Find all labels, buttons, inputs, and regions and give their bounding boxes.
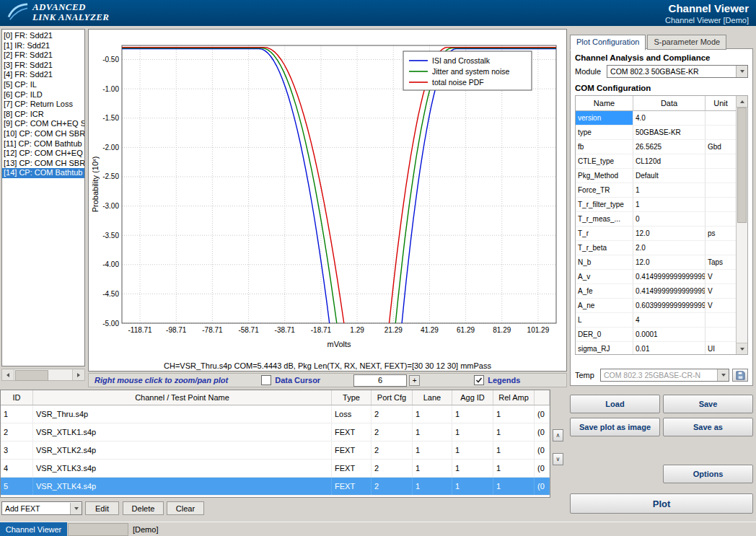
scrollbar-thumb[interactable]	[737, 107, 747, 223]
options-button[interactable]: Options	[663, 465, 753, 483]
channel-cell[interactable]: 5	[1, 478, 33, 495]
com-cell[interactable]	[706, 183, 736, 198]
scroll-up-icon[interactable]	[737, 96, 747, 107]
com-cell[interactable]: T_r	[576, 227, 633, 241]
scroll-left-icon[interactable]	[2, 369, 14, 380]
com-cell[interactable]: Default	[633, 169, 706, 183]
load-button[interactable]: Load	[570, 395, 660, 413]
com-cell[interactable]: Force_TR	[576, 183, 633, 198]
channel-cell[interactable]: 3	[1, 441, 33, 459]
channel-cell[interactable]: VSR_XTLK3.s4p	[33, 460, 332, 477]
channel-cell[interactable]: (0	[535, 423, 550, 441]
channel-cell[interactable]: 4	[1, 460, 33, 477]
com-table-scrollbar[interactable]	[736, 96, 747, 354]
channel-cell[interactable]: (0	[535, 478, 550, 495]
temp-select[interactable]: COM 802.3 25GBASE-CR-N	[600, 369, 729, 382]
com-cell[interactable]: A_v	[576, 270, 633, 284]
save-button[interactable]: Save	[663, 395, 753, 413]
result-list-scrollbar[interactable]	[1, 369, 85, 381]
tab-plot-configuration[interactable]: Plot Configuration	[570, 35, 646, 50]
com-cell[interactable]: T_r_beta	[576, 241, 633, 255]
com-cell[interactable]: T_r_meas_...	[576, 212, 633, 227]
com-cell[interactable]: type	[576, 126, 633, 140]
com-row-CTLE_type[interactable]: CTLE_typeCL120d	[576, 154, 736, 169]
com-cell[interactable]: Pkg_Method	[576, 169, 633, 183]
channel-cell[interactable]: 1	[493, 423, 535, 441]
com-cell[interactable]: ps	[706, 227, 736, 241]
channel-cell[interactable]: 2	[372, 405, 413, 423]
com-cell[interactable]: 12.0	[633, 227, 706, 241]
scroll-right-icon[interactable]	[72, 369, 84, 380]
com-row-sigma_RJ[interactable]: sigma_RJ0.01UI	[576, 342, 736, 355]
com-row-A_fe[interactable]: A_fe0.41499999999999998V	[576, 284, 736, 299]
channel-cell[interactable]: 1	[493, 478, 535, 495]
tab-s-parameter-mode[interactable]: S-parameter Mode	[647, 35, 726, 50]
status-tab-channel-viewer[interactable]: Channel Viewer	[0, 522, 67, 536]
com-cell[interactable]: V	[706, 284, 736, 299]
sidebar-item-10[interactable]: [10] CP: COM CH SBR	[2, 129, 84, 139]
channel-cell[interactable]: VSR_XTLK1.s4p	[33, 423, 332, 441]
move-row-up-button[interactable]: ∧	[553, 429, 563, 441]
channel-cell[interactable]: 1	[413, 405, 452, 423]
com-cell[interactable]	[706, 198, 736, 212]
bathtub-plot[interactable]: -118.71-98.71-78.71-58.71-38.71-18.711.2…	[89, 30, 566, 356]
channel-cell[interactable]: 1	[413, 423, 452, 441]
channel-row-VSR_XTLK1.s4p[interactable]: 2VSR_XTLK1.s4pFEXT2111(0	[1, 423, 550, 441]
com-cell[interactable]: 0.60399999999999998	[633, 299, 706, 313]
increment-button[interactable]: +	[409, 375, 420, 386]
sidebar-item-8[interactable]: [8] CP: ICR	[2, 110, 84, 120]
sidebar-item-2[interactable]: [2] FR: Sdd21	[2, 50, 84, 61]
com-cell[interactable]	[706, 241, 736, 255]
com-row-N_b[interactable]: N_b12.0Taps	[576, 255, 736, 270]
sidebar-item-4[interactable]: [4] FR: Sdd21	[2, 70, 84, 80]
com-cell[interactable]: UI	[706, 342, 736, 355]
com-cell[interactable]: 12.0	[633, 255, 706, 270]
com-cell[interactable]: 4	[633, 313, 706, 328]
sidebar-item-14[interactable]: [14] CP: COM Bathtub	[2, 168, 84, 178]
cursor-count-input[interactable]	[353, 374, 407, 387]
com-row-A_ne[interactable]: A_ne0.60399999999999998V	[576, 299, 736, 313]
delete-button[interactable]: Delete	[123, 501, 164, 515]
com-cell[interactable]: T_r_filter_type	[576, 198, 633, 212]
com-row-Force_TR[interactable]: Force_TR1	[576, 183, 736, 198]
com-cell[interactable]: V	[706, 299, 736, 313]
channel-cell[interactable]: FEXT	[332, 478, 372, 495]
channel-cell[interactable]: 1	[452, 460, 493, 477]
channel-cell[interactable]: 1	[452, 405, 493, 423]
chevron-down-icon[interactable]	[736, 66, 747, 77]
com-cell[interactable]	[706, 111, 736, 126]
com-cell[interactable]: CTLE_type	[576, 154, 633, 169]
com-cell[interactable]: 26.5625	[633, 140, 706, 154]
scroll-down-icon[interactable]	[737, 343, 747, 354]
channel-cell[interactable]: 1	[493, 405, 535, 423]
com-row-A_v[interactable]: A_v0.41499999999999998V	[576, 270, 736, 284]
channel-cell[interactable]: 2	[372, 441, 413, 459]
channel-cell[interactable]: FEXT	[332, 423, 372, 441]
channel-cell[interactable]: 2	[372, 423, 413, 441]
edit-button[interactable]: Edit	[85, 501, 119, 515]
channel-cell[interactable]: 2	[372, 460, 413, 477]
channel-cell[interactable]: 1	[413, 478, 452, 495]
channel-cell[interactable]: VSR_XTLK2.s4p	[33, 441, 332, 459]
scrollbar-track[interactable]	[14, 369, 72, 380]
com-cell[interactable]: 0.01	[633, 342, 706, 355]
com-cell[interactable]: 4.0	[633, 111, 706, 126]
channel-row-VSR_XTLK4.s4p[interactable]: 5VSR_XTLK4.s4pFEXT2111(0	[1, 478, 550, 496]
sidebar-item-5[interactable]: [5] CP: IL	[2, 80, 84, 90]
com-cell[interactable]: 50GBASE-KR	[633, 126, 706, 140]
com-cell[interactable]: 0.0001	[633, 328, 706, 342]
sidebar-item-11[interactable]: [11] CP: COM Bathtub	[2, 139, 84, 149]
com-cell[interactable]: 0	[633, 212, 706, 227]
channel-cell[interactable]: 1	[493, 460, 535, 477]
save-temp-button[interactable]	[732, 369, 748, 382]
com-cell[interactable]: 0.41499999999999998	[633, 284, 706, 299]
com-row-T_r_meas_...[interactable]: T_r_meas_...0	[576, 212, 736, 227]
channel-cell[interactable]: 1	[452, 441, 493, 459]
module-select[interactable]: COM 802.3 50GBASE-KR	[607, 65, 748, 78]
channel-row-VSR_XTLK2.s4p[interactable]: 3VSR_XTLK2.s4pFEXT2111(0	[1, 441, 550, 460]
com-cell[interactable]	[706, 169, 736, 183]
sidebar-item-13[interactable]: [13] CP: COM CH SBR	[2, 159, 84, 169]
com-cell[interactable]	[706, 212, 736, 227]
com-cell[interactable]: version	[576, 111, 633, 126]
channel-cell[interactable]: Loss	[332, 405, 372, 423]
